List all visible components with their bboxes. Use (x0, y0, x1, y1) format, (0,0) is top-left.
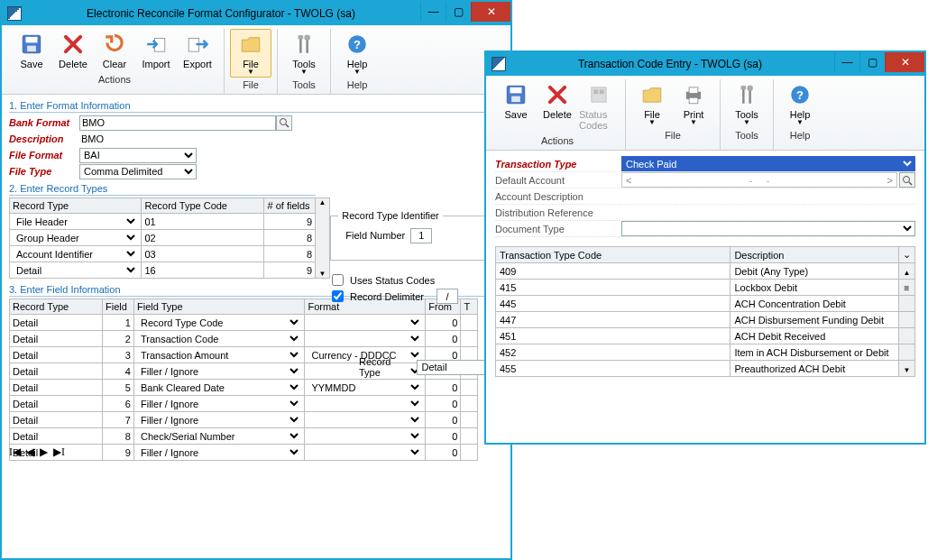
export-button[interactable]: Export (177, 29, 218, 72)
rt-cell[interactable]: Detail (10, 396, 103, 412)
tools-button[interactable]: Tools▼ (283, 29, 325, 78)
record-types-grid[interactable]: Record Type Record Type Code # of fields… (9, 197, 316, 279)
desc-cell[interactable]: Debit (Any Type) (730, 263, 899, 280)
table-row[interactable]: Detail9Filler / Ignore0 (10, 445, 478, 461)
scrollbar-cell[interactable] (899, 328, 915, 344)
rt-cell[interactable]: Detail (10, 347, 103, 363)
record-nav[interactable]: I◀ ◀ ▶ ▶I (9, 445, 65, 459)
field-cell[interactable]: 1 (102, 315, 133, 331)
table-row[interactable]: 445ACH Concentration Debit (496, 296, 915, 312)
clear-button[interactable]: Clear (94, 29, 135, 72)
help-button[interactable]: ?Help▼ (336, 29, 378, 78)
scroll-down-icon[interactable]: ▼ (319, 270, 326, 278)
table-row[interactable]: Detail6Filler / Ignore0 (10, 396, 478, 412)
scrollbar-cell[interactable]: ▲ (899, 263, 915, 280)
rt-cell[interactable]: Detail (10, 331, 103, 347)
code-cell[interactable]: 02 (142, 230, 264, 246)
t-cell[interactable] (461, 412, 478, 428)
save-button[interactable]: Save (11, 29, 52, 72)
default-account-lookup-button[interactable] (899, 172, 915, 188)
minimize-button[interactable]: — (420, 2, 446, 22)
rt-cell[interactable]: Detail (10, 428, 103, 445)
close-button[interactable]: ✕ (885, 52, 924, 72)
code-cell[interactable]: 452 (496, 344, 730, 361)
field-type-select[interactable]: Bank Cleared Date (137, 381, 301, 394)
maximize-button[interactable]: ▢ (859, 52, 885, 72)
table-row[interactable]: Detail169 (10, 262, 316, 279)
table-row[interactable]: Detail5Bank Cleared DateYYMMDD0 (10, 380, 478, 396)
desc-cell[interactable]: ACH Debit Received (730, 328, 899, 344)
rt-cell[interactable]: Detail (10, 412, 103, 428)
desc-cell[interactable]: ACH Concentration Debit (730, 296, 899, 312)
record-type-cell-select[interactable]: Group Header (13, 231, 138, 244)
scrollbar-cell[interactable]: ▼ (899, 361, 915, 377)
save-button[interactable]: Save (495, 79, 537, 133)
from-cell[interactable]: 0 (426, 412, 461, 428)
table-row[interactable]: 447ACH Disbursement Funding Debit (496, 312, 915, 328)
table-row[interactable]: Group Header028 (10, 230, 316, 246)
tools-button[interactable]: Tools▼ (726, 79, 767, 128)
nav-first-icon[interactable]: I◀ (9, 445, 21, 459)
minimize-button[interactable]: — (834, 52, 859, 72)
t-cell[interactable] (461, 315, 478, 331)
desc-cell[interactable]: Preauthorized ACH Debit (730, 361, 899, 377)
format-select[interactable] (308, 429, 422, 443)
delete-button[interactable]: Delete (537, 79, 578, 133)
from-cell[interactable]: 0 (426, 315, 461, 331)
field-type-select[interactable]: Record Type Code (137, 316, 301, 329)
delete-button[interactable]: Delete (52, 29, 94, 72)
nav-next-icon[interactable]: ▶ (40, 445, 48, 459)
field-info-grid[interactable]: Record Type Field Field Type Format From… (9, 298, 478, 461)
table-row[interactable]: 409Debit (Any Type)▲ (496, 263, 915, 280)
fields-cell[interactable]: 8 (264, 230, 316, 246)
scrollbar-cell[interactable] (899, 312, 915, 328)
field-cell[interactable]: 6 (102, 396, 133, 412)
field-type-select[interactable]: Filler / Ignore (137, 364, 301, 378)
field-cell[interactable]: 2 (102, 331, 133, 347)
default-account-field[interactable]: < - - > (621, 172, 897, 188)
description-input[interactable] (79, 132, 292, 147)
maximize-button[interactable]: ▢ (446, 2, 471, 22)
fields-cell[interactable]: 8 (264, 246, 316, 262)
format-select[interactable] (308, 397, 422, 410)
code-cell[interactable]: 03 (142, 246, 264, 262)
t-cell[interactable] (461, 445, 478, 461)
table-row[interactable]: Detail7Filler / Ignore0 (10, 412, 478, 428)
import-button[interactable]: Import (135, 29, 177, 72)
from-cell[interactable]: 0 (426, 396, 461, 412)
scroll-up-icon[interactable]: ▲ (319, 198, 326, 207)
table-row[interactable]: File Header019 (10, 214, 316, 230)
uses-status-codes-checkbox[interactable] (332, 274, 344, 286)
table-row[interactable]: 451ACH Debit Received (496, 328, 915, 344)
grid-options-button[interactable]: ⌄ (899, 247, 915, 263)
scrollbar-cell[interactable]: ≡ (899, 280, 915, 296)
desc-cell[interactable]: Lockbox Debit (730, 280, 899, 296)
file-format-select[interactable]: BAI (79, 148, 197, 163)
table-row[interactable]: Detail2Transaction Code0 (10, 331, 478, 347)
format-select[interactable] (308, 413, 422, 427)
bank-format-input[interactable] (79, 115, 276, 131)
field-number-input[interactable] (410, 228, 432, 243)
field-type-select[interactable]: Check/Serial Number (137, 429, 301, 443)
field-cell[interactable]: 9 (102, 445, 133, 461)
fields-cell[interactable]: 9 (264, 214, 316, 230)
table-row[interactable]: Account Identifier038 (10, 246, 316, 262)
status-button[interactable]: Status Codes (578, 79, 620, 133)
transaction-type-select[interactable]: Check Paid (621, 156, 915, 171)
acct-right-icon[interactable]: > (887, 175, 893, 186)
code-cell[interactable]: 415 (496, 280, 730, 296)
bank-format-lookup-button[interactable] (276, 115, 292, 131)
code-cell[interactable]: 409 (496, 263, 730, 280)
scroll-down-icon[interactable]: ▼ (904, 366, 911, 374)
desc-cell[interactable]: Item in ACH Disbursement or Debit (730, 344, 899, 361)
document-type-select[interactable] (621, 221, 915, 236)
file-button[interactable]: File▼ (631, 79, 673, 128)
record-type-cell-select[interactable]: File Header (13, 215, 138, 228)
scrollbar-cell[interactable] (899, 296, 915, 312)
field-cell[interactable]: 5 (102, 380, 133, 396)
code-cell[interactable]: 445 (496, 296, 730, 312)
fields-cell[interactable]: 9 (264, 262, 316, 279)
field-type-select[interactable]: Transaction Amount (137, 348, 301, 362)
transaction-code-grid[interactable]: Transaction Type Code Description ⌄ 409D… (495, 246, 915, 377)
print-button[interactable]: Print▼ (673, 79, 714, 128)
